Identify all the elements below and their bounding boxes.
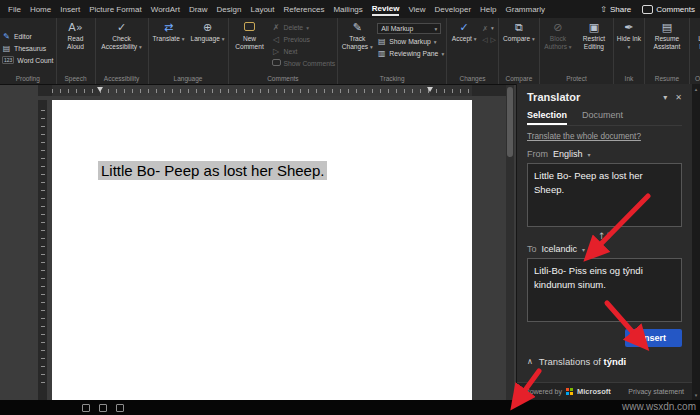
document-page[interactable]: Little Bo- Peep as lost her Sheep.: [52, 100, 472, 400]
accept-button[interactable]: ✓ Accept ▾: [449, 19, 479, 43]
document-text-line[interactable]: Little Bo- Peep as lost her Sheep.: [98, 162, 327, 179]
read-aloud-button[interactable]: A» Read Aloud: [59, 19, 93, 51]
group-label-changes: Changes: [449, 73, 496, 84]
ribbon-group-language: ⇄ Translate ▾ ⊕ Language ▾ Language: [149, 18, 229, 84]
tab-file[interactable]: File: [8, 3, 21, 15]
translations-section-header[interactable]: ∧ Translations of týndi: [527, 356, 682, 367]
tab-help[interactable]: Help: [480, 3, 496, 15]
restrict-editing-button[interactable]: ▣ Restrict Editing: [577, 19, 611, 51]
pane-title: Translator: [527, 91, 580, 103]
swap-languages-icon[interactable]: ↑↓: [598, 231, 611, 241]
tab-insert[interactable]: Insert: [60, 3, 80, 15]
tab-wordart[interactable]: WordArt: [151, 3, 180, 15]
ribbon-group-accessibility: ✓ Check Accessibility ▾ Accessibility: [96, 18, 149, 84]
watermark-text: www.wsxdn.com: [622, 401, 696, 412]
chevron-down-icon: ▾: [306, 25, 309, 31]
privacy-statement-link[interactable]: Privacy statement: [628, 388, 684, 395]
tab-layout[interactable]: Layout: [251, 3, 275, 15]
reject-icon[interactable]: ✗: [482, 25, 488, 33]
previous-comment-button[interactable]: ◁ Previous: [272, 35, 336, 44]
block-authors-icon: ⊘: [553, 22, 562, 35]
hide-ink-button[interactable]: ✒ Hide Ink ▾: [616, 19, 642, 51]
left-indent-marker[interactable]: [97, 87, 103, 92]
new-comment-button[interactable]: New Comment: [231, 19, 269, 51]
previous-change-icon[interactable]: ◁: [482, 36, 487, 44]
show-markup-button[interactable]: ▤ Show Markup ▾: [377, 37, 444, 46]
next-comment-button[interactable]: ▷ Next: [272, 47, 336, 56]
horizontal-ruler[interactable]: [38, 85, 508, 96]
tab-developer[interactable]: Developer: [435, 3, 471, 15]
thesaurus-icon: ▤: [2, 44, 11, 53]
comments-button[interactable]: Comments: [642, 5, 695, 14]
to-language-dropdown[interactable]: To Icelandic ▾: [527, 244, 682, 254]
resume-assistant-button[interactable]: ▤ Resume Assistant: [647, 19, 687, 51]
resume-assistant-icon: ▤: [662, 22, 672, 35]
scroll-down-icon[interactable]: ▾: [695, 392, 698, 398]
tab-selection[interactable]: Selection: [527, 110, 567, 125]
language-button[interactable]: ⊕ Language ▾: [190, 19, 226, 43]
right-indent-marker[interactable]: [427, 87, 433, 92]
track-changes-icon: ✎: [353, 22, 362, 35]
taskbar-app-icon[interactable]: [82, 404, 90, 412]
tab-view[interactable]: View: [408, 3, 425, 15]
word-count-button[interactable]: 123 Word Count: [2, 56, 54, 64]
reviewing-pane-button[interactable]: ▥ Reviewing Pane ▾: [377, 49, 444, 58]
next-change-icon[interactable]: ▷: [491, 36, 496, 44]
word-count-icon: 123: [2, 56, 14, 64]
ribbon-group-comments: New Comment ✗ Delete ▾ ◁ Previous ▷ Next: [229, 18, 339, 84]
share-button[interactable]: ⇧ Share: [600, 5, 631, 14]
pane-options-icon[interactable]: ▾: [663, 93, 667, 102]
vertical-ruler[interactable]: [38, 100, 47, 400]
tab-picture-format[interactable]: Picture Format: [89, 3, 141, 15]
group-label-accessibility: Accessibility: [98, 73, 146, 84]
thesaurus-button[interactable]: ▤ Thesaurus: [2, 44, 46, 53]
taskbar: www.wsxdn.com: [0, 400, 700, 415]
insert-button[interactable]: Insert: [625, 329, 682, 347]
tab-design[interactable]: Design: [217, 3, 242, 15]
show-comments-icon: [272, 59, 281, 68]
source-text-box[interactable]: Little Bo- Peep as lost her Sheep.: [527, 163, 682, 227]
translate-icon: ⇄: [164, 22, 173, 35]
tab-home[interactable]: Home: [30, 3, 51, 15]
document-scrollbar-thumb[interactable]: [507, 87, 513, 157]
translate-whole-document-link[interactable]: Translate the whole document?: [527, 132, 682, 141]
taskbar-app-icon[interactable]: [99, 404, 107, 412]
pane-scrollbar[interactable]: ▴ ▾: [692, 84, 700, 400]
tab-document[interactable]: Document: [582, 110, 623, 125]
translate-button[interactable]: ⇄ Translate ▾: [151, 19, 187, 43]
delete-comment-button[interactable]: ✗ Delete ▾: [272, 23, 336, 32]
scroll-up-icon[interactable]: ▴: [695, 86, 698, 92]
compare-button[interactable]: ⧉ Compare ▾: [501, 19, 537, 43]
chevron-down-icon: ▾: [569, 44, 572, 50]
selected-text[interactable]: Little Bo- Peep as lost her Sheep.: [98, 161, 327, 180]
translation-text-box[interactable]: Litli-Bo- Piss eins og týndi kindunum si…: [527, 258, 682, 322]
tab-mailings[interactable]: Mailings: [333, 3, 362, 15]
ribbon-tab-bar: File Home Insert Picture Format WordArt …: [0, 0, 700, 18]
show-comments-button[interactable]: Show Comments: [272, 59, 336, 68]
document-scrollbar[interactable]: [506, 85, 514, 400]
tab-draw[interactable]: Draw: [189, 3, 208, 15]
track-changes-button[interactable]: ✎ Track Changes ▾: [340, 19, 374, 51]
linked-notes-button[interactable]: N Linked Notes: [692, 19, 700, 51]
group-label-protect: Protect: [542, 73, 611, 84]
chevron-down-icon: ▾: [139, 44, 142, 50]
chevron-down-icon: ▾: [628, 44, 631, 50]
chevron-down-icon: ▾: [222, 36, 225, 42]
ribbon-group-ink: ✒ Hide Ink ▾ Ink: [614, 18, 645, 84]
from-language-dropdown[interactable]: From English ▾: [527, 149, 682, 159]
tab-grammarly[interactable]: Grammarly: [506, 3, 546, 15]
reviewing-pane-icon: ▥: [377, 49, 386, 58]
tab-references[interactable]: References: [284, 3, 325, 15]
chevron-down-icon: ▾: [582, 246, 585, 253]
block-authors-button[interactable]: ⊘ Block Authors ▾: [542, 19, 574, 51]
tab-review[interactable]: Review: [372, 2, 400, 16]
pane-footer: Powered by Microsoft Privacy statement: [517, 382, 692, 400]
editor-button[interactable]: ✎ Editor: [2, 32, 32, 41]
ribbon-group-onenote: N Linked Notes OneNote: [690, 18, 700, 84]
compare-icon: ⧉: [515, 22, 523, 35]
close-icon[interactable]: ✕: [675, 93, 682, 102]
display-for-review-dropdown[interactable]: All Markup ▾: [377, 23, 441, 34]
check-accessibility-button[interactable]: ✓ Check Accessibility ▾: [98, 19, 146, 51]
ribbon-group-proofing: ✎ Editor ▤ Thesaurus 123 Word Count Proo…: [0, 18, 57, 84]
taskbar-app-icon[interactable]: [116, 404, 124, 412]
